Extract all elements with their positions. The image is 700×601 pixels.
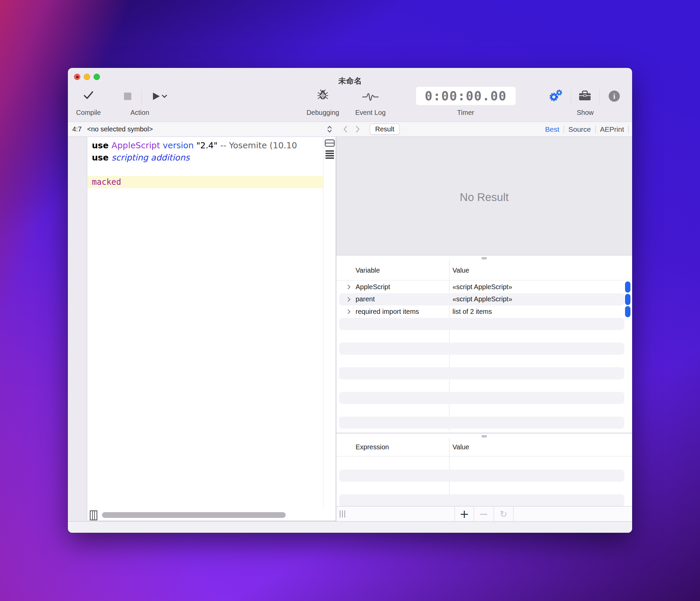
toolbar: Compile Action (68, 68, 632, 122)
stop-icon (124, 96, 132, 101)
debugging-label: Debugging (307, 109, 340, 117)
variable-value: «script AppleScript» (452, 281, 512, 293)
disclosure-icon[interactable] (347, 285, 351, 291)
table-row[interactable] (336, 355, 632, 367)
play-icon (152, 96, 167, 102)
table-row[interactable] (336, 470, 632, 482)
variable-name: required import items (355, 305, 419, 318)
code-segment: version (163, 141, 194, 150)
timer-value: 0:00:00.00 (425, 89, 507, 103)
symbol-stepper-icon[interactable] (327, 125, 332, 135)
compile-button[interactable] (83, 90, 94, 102)
toolbar-separator (599, 90, 600, 104)
header-divider (336, 456, 632, 456)
table-row[interactable] (336, 482, 632, 494)
code-segment: use (92, 141, 111, 150)
remove-expression-button[interactable]: − (476, 506, 491, 521)
toolbar-separator (494, 506, 494, 521)
table-row[interactable] (336, 416, 632, 429)
no-result-placeholder: No Result (336, 191, 632, 204)
editor-accessory-icon[interactable] (90, 510, 98, 522)
show-debugging-button[interactable] (549, 89, 563, 103)
code-line[interactable]: macked (88, 176, 323, 188)
run-button[interactable] (152, 92, 167, 102)
toolbar-separator (513, 506, 514, 521)
script-editor-pane[interactable]: use AppleScript version "2.4" -- Yosemit… (88, 137, 336, 521)
cursor-position: 4:7 (72, 122, 82, 137)
window-footer (68, 521, 632, 533)
table-row[interactable] (336, 330, 632, 342)
table-row[interactable] (336, 392, 632, 404)
pane-resize-handle[interactable] (481, 257, 487, 260)
table-row[interactable] (336, 457, 632, 470)
table-row[interactable] (336, 367, 632, 380)
code-line[interactable] (88, 164, 323, 176)
timer-label: Timer (457, 109, 474, 117)
code-line[interactable]: use scripting additions (88, 152, 323, 164)
add-expression-button[interactable]: + (457, 506, 472, 521)
drag-grip-icon[interactable] (339, 510, 347, 520)
symbol-popup[interactable]: <no selected symbol> (87, 122, 153, 137)
compile-label: Compile (76, 109, 101, 117)
row-inspect-pill[interactable] (625, 306, 630, 317)
editor-scroll-gutter (323, 137, 336, 508)
timer-display: 0:00:00.00 (416, 87, 516, 105)
expressions-pane: Expression Value (336, 433, 632, 506)
editor-horizontal-scrollbar (88, 510, 336, 521)
editor-split-icon[interactable] (325, 139, 335, 148)
table-row[interactable] (336, 379, 632, 392)
view-mode-separator (628, 125, 629, 134)
navigation-bar: 4:7 <no selected symbol> Result BestSour… (68, 122, 632, 137)
expressions-rows (336, 457, 632, 506)
variables-column-header[interactable]: Variable (355, 267, 380, 274)
expressions-column-header[interactable]: Expression (355, 443, 389, 451)
table-row[interactable] (336, 494, 632, 507)
result-pane: No Result (336, 137, 632, 255)
variable-value: list of 2 items (452, 305, 492, 318)
script-editor-window: 未命名 Compile Action (68, 68, 632, 533)
show-toolbox-button[interactable] (578, 90, 592, 103)
waveform-icon (362, 97, 379, 103)
stop-button[interactable] (124, 92, 132, 102)
code-segment: "2.4" (194, 141, 218, 150)
expressions-value-header[interactable]: Value (452, 443, 469, 451)
disclosure-icon[interactable] (347, 297, 351, 303)
row-inspect-pill[interactable] (625, 294, 630, 305)
show-label: Show (577, 109, 594, 117)
row-inspect-pill[interactable] (625, 282, 630, 293)
debugging-button[interactable] (317, 89, 329, 102)
variable-name: AppleScript (355, 281, 390, 293)
scrollbar-thumb[interactable] (102, 512, 286, 518)
info-button[interactable]: i (609, 91, 620, 102)
bug-icon (317, 96, 329, 102)
variables-value-header[interactable]: Value (452, 267, 469, 274)
result-tab-button[interactable]: Result (370, 124, 400, 135)
history-back-button[interactable] (343, 126, 348, 134)
table-row[interactable] (336, 404, 632, 416)
editor-left-margin (68, 137, 87, 521)
marker-list-icon[interactable] (325, 150, 335, 161)
toolbar-separator (474, 506, 474, 521)
table-row[interactable]: required import itemslist of 2 items (336, 305, 632, 318)
header-divider (336, 280, 632, 281)
table-row[interactable] (336, 318, 632, 330)
table-row[interactable]: parent«script AppleScript» (336, 293, 632, 306)
code-line[interactable]: use AppleScript version "2.4" -- Yosemit… (88, 140, 323, 152)
code-segment: -- Yosemite (10.10 (218, 141, 297, 150)
view-mode-best[interactable]: Best (541, 125, 564, 134)
pane-resize-handle[interactable] (481, 435, 487, 437)
code-segment: use (92, 153, 111, 163)
table-row[interactable]: AppleScript«script AppleScript» (336, 281, 632, 293)
table-row[interactable] (336, 342, 632, 355)
event-log-label: Event Log (355, 109, 385, 117)
refresh-icon[interactable]: ↻ (496, 506, 511, 521)
history-forward-button[interactable] (355, 126, 360, 134)
disclosure-icon[interactable] (347, 309, 351, 315)
code-segment: macked (92, 177, 121, 187)
desktop-background: 未命名 Compile Action (0, 0, 700, 601)
view-mode-aeprint[interactable]: AEPrint (596, 125, 628, 134)
event-log-button[interactable] (362, 92, 379, 103)
view-mode-source[interactable]: Source (564, 125, 595, 134)
toolbar-separator (142, 90, 142, 104)
variables-pane: Variable Value AppleScript«script AppleS… (336, 255, 632, 432)
